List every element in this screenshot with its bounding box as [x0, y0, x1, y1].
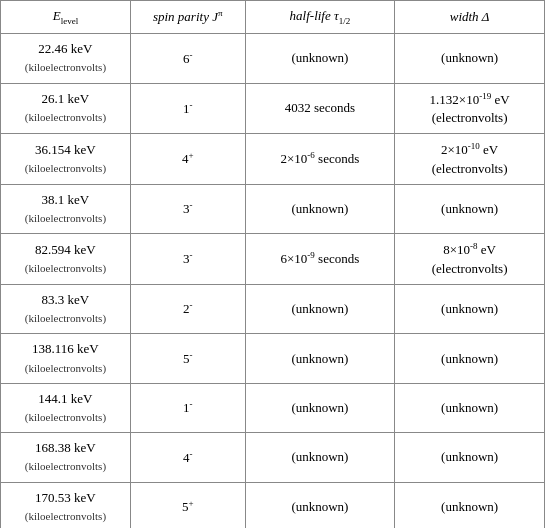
table-row: 83.3 keV (kiloelectronvolts) 2- (unknown… [1, 285, 545, 334]
width-cell: (unknown) [395, 34, 545, 83]
energy-value: 168.38 keV [35, 440, 96, 455]
energy-unit: (kiloelectronvolts) [25, 460, 106, 472]
halflife-cell: 2×10-6 seconds [245, 134, 395, 185]
spin-cell: 2- [130, 285, 245, 334]
energy-cell: 168.38 keV (kiloelectronvolts) [1, 433, 131, 482]
energy-cell: 26.1 keV (kiloelectronvolts) [1, 83, 131, 134]
energy-unit: (kiloelectronvolts) [25, 312, 106, 324]
energy-unit: (kiloelectronvolts) [25, 212, 106, 224]
width-cell: (unknown) [395, 184, 545, 233]
energy-cell: 82.594 keV (kiloelectronvolts) [1, 234, 131, 285]
energy-value: 144.1 keV [38, 391, 92, 406]
width-cell: 1.132×10-19 eV(electronvolts) [395, 83, 545, 134]
energy-unit: (kiloelectronvolts) [25, 411, 106, 423]
table-row: 138.116 keV (kiloelectronvolts) 5- (unkn… [1, 334, 545, 383]
energy-value: 38.1 keV [42, 192, 90, 207]
width-cell: (unknown) [395, 285, 545, 334]
energy-unit: (kiloelectronvolts) [25, 510, 106, 522]
energy-value: 22.46 keV [38, 41, 92, 56]
energy-value: 26.1 keV [42, 91, 90, 106]
table-row: 144.1 keV (kiloelectronvolts) 1- (unknow… [1, 383, 545, 432]
table-row: 38.1 keV (kiloelectronvolts) 3- (unknown… [1, 184, 545, 233]
energy-unit: (kiloelectronvolts) [25, 162, 106, 174]
table-row: 170.53 keV (kiloelectronvolts) 5+ (unkno… [1, 482, 545, 528]
width-cell: (unknown) [395, 433, 545, 482]
energy-unit: (kiloelectronvolts) [25, 262, 106, 274]
table-row: 36.154 keV (kiloelectronvolts) 4+ 2×10-6… [1, 134, 545, 185]
header-halflife: half-life τ1/2 [245, 1, 395, 34]
halflife-cell: (unknown) [245, 334, 395, 383]
energy-value: 138.116 keV [32, 341, 99, 356]
halflife-cell: (unknown) [245, 285, 395, 334]
width-cell: (unknown) [395, 482, 545, 528]
energy-unit: (kiloelectronvolts) [25, 111, 106, 123]
header-energy: Elevel [1, 1, 131, 34]
energy-unit: (kiloelectronvolts) [25, 61, 106, 73]
halflife-cell: 6×10-9 seconds [245, 234, 395, 285]
energy-value: 83.3 keV [42, 292, 90, 307]
spin-cell: 5- [130, 334, 245, 383]
width-cell: (unknown) [395, 334, 545, 383]
spin-cell: 4- [130, 433, 245, 482]
width-cell: 2×10-10 eV(electronvolts) [395, 134, 545, 185]
header-width: width Δ [395, 1, 545, 34]
energy-levels-table: Elevel spin parity Jπ half-life τ1/2 wid… [0, 0, 545, 528]
halflife-cell: (unknown) [245, 433, 395, 482]
halflife-cell: (unknown) [245, 482, 395, 528]
table-row: 168.38 keV (kiloelectronvolts) 4- (unkno… [1, 433, 545, 482]
width-cell: 8×10-8 eV(electronvolts) [395, 234, 545, 285]
energy-cell: 138.116 keV (kiloelectronvolts) [1, 334, 131, 383]
energy-value: 170.53 keV [35, 490, 96, 505]
halflife-cell: (unknown) [245, 383, 395, 432]
energy-cell: 36.154 keV (kiloelectronvolts) [1, 134, 131, 185]
spin-cell: 5+ [130, 482, 245, 528]
table-row: 82.594 keV (kiloelectronvolts) 3- 6×10-9… [1, 234, 545, 285]
spin-cell: 1- [130, 383, 245, 432]
spin-cell: 1- [130, 83, 245, 134]
halflife-cell: 4032 seconds [245, 83, 395, 134]
energy-cell: 22.46 keV (kiloelectronvolts) [1, 34, 131, 83]
energy-value: 36.154 keV [35, 142, 96, 157]
spin-cell: 4+ [130, 134, 245, 185]
table-row: 22.46 keV (kiloelectronvolts) 6- (unknow… [1, 34, 545, 83]
energy-cell: 83.3 keV (kiloelectronvolts) [1, 285, 131, 334]
width-cell: (unknown) [395, 383, 545, 432]
energy-cell: 144.1 keV (kiloelectronvolts) [1, 383, 131, 432]
spin-cell: 6- [130, 34, 245, 83]
energy-unit: (kiloelectronvolts) [25, 362, 106, 374]
header-spin: spin parity Jπ [130, 1, 245, 34]
spin-cell: 3- [130, 184, 245, 233]
halflife-cell: (unknown) [245, 34, 395, 83]
energy-cell: 38.1 keV (kiloelectronvolts) [1, 184, 131, 233]
energy-value: 82.594 keV [35, 242, 96, 257]
energy-cell: 170.53 keV (kiloelectronvolts) [1, 482, 131, 528]
spin-cell: 3- [130, 234, 245, 285]
table-row: 26.1 keV (kiloelectronvolts) 1- 4032 sec… [1, 83, 545, 134]
halflife-cell: (unknown) [245, 184, 395, 233]
